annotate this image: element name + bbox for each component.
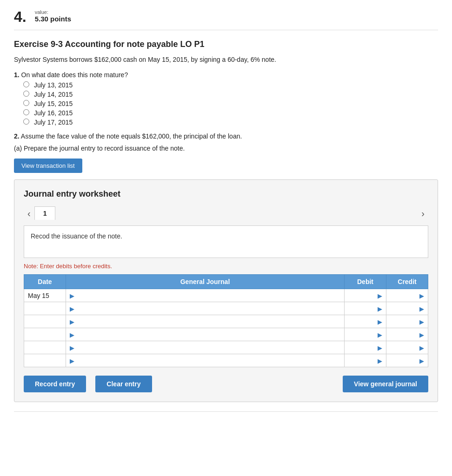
note-text: Recod the issuance of the note. [31, 232, 122, 240]
clear-entry-button[interactable]: Clear entry [95, 376, 152, 392]
date-cell-3[interactable] [24, 328, 66, 341]
debit-cell-2[interactable]: ▶ [345, 315, 386, 328]
arrow-icon: ▶ [378, 318, 382, 325]
journal-worksheet: Journal entry worksheet ‹ 1 › Recod the … [14, 179, 438, 402]
note-warning: Note: Enter debits before credits. [24, 263, 428, 270]
table-row: ▶▶▶ [24, 354, 428, 367]
arrow-icon: ▶ [419, 292, 424, 299]
table-row: ▶▶▶ [24, 302, 428, 315]
date-cell-5[interactable] [24, 354, 66, 367]
tab-navigation: ‹ 1 › [24, 206, 428, 220]
date-cell-0[interactable]: May 15 [24, 289, 66, 302]
table-row: ▶▶▶ [24, 328, 428, 341]
general-journal-cell-1[interactable]: ▶ [66, 302, 345, 315]
option-july15[interactable]: July 15, 2015 [23, 100, 438, 107]
table-row: May 15▶▶▶ [24, 289, 428, 302]
exercise-title: Exercise 9-3 Accounting for note payable… [14, 40, 438, 49]
exercise-description: Sylvestor Systems borrows $162,000 cash … [14, 55, 438, 65]
credit-cell-2[interactable]: ▶ [386, 315, 428, 328]
arrow-icon: ▶ [70, 305, 74, 312]
arrow-icon: ▶ [378, 305, 382, 312]
debit-cell-4[interactable]: ▶ [345, 341, 386, 354]
arrow-icon: ▶ [70, 331, 74, 338]
part2-question: Assume the face value of the note equals… [21, 132, 242, 140]
col-debit: Debit [345, 275, 386, 289]
date-cell-1[interactable] [24, 302, 66, 315]
arrow-icon: ▶ [419, 357, 424, 364]
tab-1[interactable]: 1 [34, 206, 56, 220]
col-date: Date [24, 275, 66, 289]
credit-cell-0[interactable]: ▶ [386, 289, 428, 302]
arrow-icon: ▶ [419, 305, 424, 312]
arrow-icon: ▶ [70, 292, 74, 299]
credit-cell-3[interactable]: ▶ [386, 328, 428, 341]
radio-july15[interactable] [23, 100, 29, 106]
radio-july17[interactable] [23, 119, 29, 125]
col-credit: Credit [386, 275, 428, 289]
view-transaction-button[interactable]: View transaction list [14, 159, 82, 173]
points-value: 5.30 points [35, 15, 71, 23]
general-journal-cell-4[interactable]: ▶ [66, 341, 345, 354]
question-number: 4. [14, 9, 27, 24]
general-journal-cell-3[interactable]: ▶ [66, 328, 345, 341]
part2-label: 2. [14, 132, 20, 140]
radio-july13[interactable] [23, 81, 29, 87]
credit-cell-4[interactable]: ▶ [386, 341, 428, 354]
arrow-icon: ▶ [378, 331, 382, 338]
radio-july14[interactable] [23, 91, 29, 97]
debit-cell-3[interactable]: ▶ [345, 328, 386, 341]
action-buttons: Record entry Clear entry View general jo… [24, 376, 428, 392]
sub-question: Prepare the journal entry to record issu… [24, 145, 185, 152]
option-july14[interactable]: July 14, 2015 [23, 91, 438, 98]
sub-label: (a) [14, 145, 22, 152]
debit-cell-5[interactable]: ▶ [345, 354, 386, 367]
view-general-journal-button[interactable]: View general journal [343, 376, 428, 392]
journal-table: Date General Journal Debit Credit May 15… [24, 274, 428, 367]
arrow-icon: ▶ [378, 357, 382, 364]
part1-options: July 13, 2015 July 14, 2015 July 15, 201… [23, 81, 438, 126]
part1-label: 1. [14, 71, 20, 79]
debit-cell-1[interactable]: ▶ [345, 302, 386, 315]
value-label: value: [35, 9, 71, 15]
general-journal-cell-0[interactable]: ▶ [66, 289, 345, 302]
arrow-icon: ▶ [419, 331, 424, 338]
arrow-icon: ▶ [70, 318, 74, 325]
general-journal-cell-2[interactable]: ▶ [66, 315, 345, 328]
worksheet-title: Journal entry worksheet [24, 189, 428, 199]
arrow-icon: ▶ [70, 357, 74, 364]
debit-cell-0[interactable]: ▶ [345, 289, 386, 302]
note-box: Recod the issuance of the note. [24, 225, 428, 258]
record-entry-button[interactable]: Record entry [24, 376, 86, 392]
date-cell-2[interactable] [24, 315, 66, 328]
col-general-journal: General Journal [66, 275, 345, 289]
credit-cell-5[interactable]: ▶ [386, 354, 428, 367]
date-cell-4[interactable] [24, 341, 66, 354]
option-july16[interactable]: July 16, 2015 [23, 109, 438, 117]
arrow-icon: ▶ [419, 318, 424, 325]
arrow-icon: ▶ [378, 344, 382, 351]
arrow-icon: ▶ [70, 344, 74, 351]
part1-question: On what date does this note mature? [21, 71, 128, 79]
radio-july16[interactable] [23, 109, 29, 115]
general-journal-cell-5[interactable]: ▶ [66, 354, 345, 367]
next-tab-button[interactable]: › [418, 207, 428, 220]
arrow-icon: ▶ [378, 292, 382, 299]
table-row: ▶▶▶ [24, 341, 428, 354]
credit-cell-1[interactable]: ▶ [386, 302, 428, 315]
option-july17[interactable]: July 17, 2015 [23, 119, 438, 126]
prev-tab-button[interactable]: ‹ [24, 207, 34, 220]
option-july13[interactable]: July 13, 2015 [23, 81, 438, 89]
arrow-icon: ▶ [419, 344, 424, 351]
table-row: ▶▶▶ [24, 315, 428, 328]
